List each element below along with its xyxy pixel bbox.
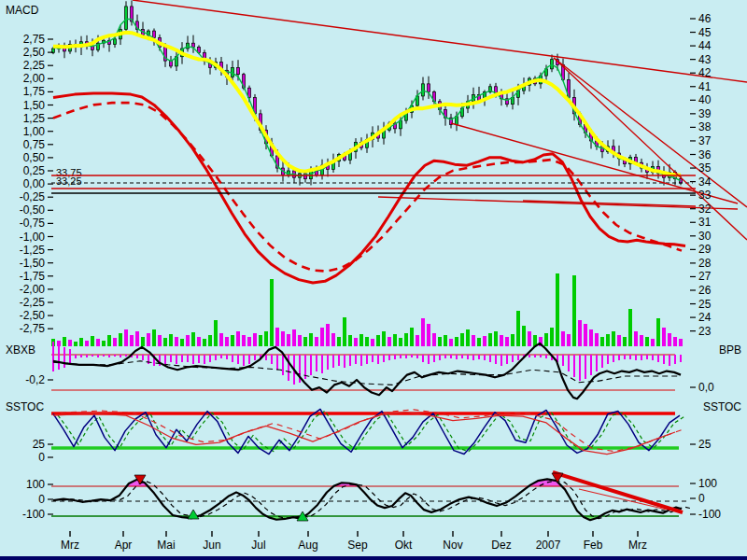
volume-bar — [382, 331, 386, 346]
volume-bar — [309, 333, 313, 346]
volume-bar — [102, 341, 106, 346]
volume-bar — [292, 329, 296, 346]
volume-bar — [135, 331, 139, 346]
candle-body — [153, 31, 156, 37]
volume-bar — [298, 335, 302, 346]
volume-bar — [320, 328, 324, 346]
volume-bar — [444, 335, 447, 346]
volume-bar — [634, 331, 638, 346]
volume-bar — [107, 335, 111, 346]
volume-bar — [556, 273, 559, 346]
volume-bar — [359, 334, 363, 346]
volume-bar — [500, 335, 503, 346]
volume-bar — [516, 311, 520, 346]
volume-bar — [68, 340, 72, 346]
volume-bar — [612, 331, 615, 346]
volume-bar — [438, 337, 442, 346]
xbxb-signal-line — [53, 361, 681, 385]
volume-bar — [74, 342, 78, 346]
volume-bar — [343, 317, 346, 346]
volume-bar — [393, 334, 397, 346]
volume-bar — [595, 333, 599, 346]
volume-bar — [124, 329, 128, 346]
volume-bar — [242, 335, 246, 346]
candle-body — [114, 39, 117, 45]
chart-plot-area[interactable] — [0, 0, 747, 560]
volume-bar — [466, 329, 470, 346]
support-line — [378, 197, 738, 209]
volume-bar — [163, 338, 167, 346]
volume-bar — [584, 324, 587, 346]
volume-bar — [483, 336, 486, 346]
trendline — [133, 0, 747, 82]
volume-bar — [528, 331, 531, 346]
ma-slow-line — [53, 33, 681, 175]
volume-bar — [460, 333, 464, 346]
volume-bar — [544, 333, 548, 346]
volume-bar — [505, 337, 509, 346]
volume-bar — [225, 337, 229, 346]
volume-bar — [63, 337, 66, 346]
volume-bar — [158, 335, 162, 346]
volume-bar — [600, 337, 604, 346]
volume-bar — [236, 331, 240, 346]
volume-bar — [628, 309, 632, 346]
volume-bar — [186, 335, 190, 346]
volume-bar — [147, 333, 150, 346]
buy-signal-icon[interactable] — [188, 510, 199, 519]
volume-bar — [219, 333, 223, 346]
candle-body — [125, 7, 128, 30]
volume-bar — [567, 334, 571, 346]
chart-window: 33,75 33,25 MACD XBXB BPB SSTOC SSTOC 2,… — [0, 0, 747, 560]
volume-bar — [477, 338, 481, 346]
volume-bar — [281, 331, 285, 346]
volume-bar — [79, 338, 83, 346]
volume-bar — [656, 318, 660, 346]
volume-bar — [214, 320, 218, 346]
volume-bar — [231, 335, 234, 346]
volume-bar — [455, 337, 458, 346]
volume-bar — [91, 336, 94, 346]
volume-bar — [96, 339, 100, 346]
volume-bar — [550, 328, 554, 346]
volume-bar — [421, 318, 425, 346]
volume-bar — [472, 335, 475, 346]
volume-bar — [275, 328, 279, 346]
volume-bar — [410, 328, 414, 346]
volume-bar — [287, 334, 290, 346]
candle-body — [192, 43, 195, 47]
volume-bar — [427, 324, 430, 346]
volume-bar — [354, 338, 358, 346]
volume-bar — [253, 333, 257, 346]
volume-bar — [606, 334, 610, 346]
volume-bar — [270, 279, 274, 346]
status-bar — [0, 556, 747, 560]
volume-bar — [522, 326, 526, 346]
volume-bar — [371, 339, 374, 346]
volume-bar — [404, 333, 408, 346]
volume-bar — [561, 331, 565, 346]
volume-bar — [416, 335, 419, 346]
support-line — [523, 201, 696, 206]
trendline — [554, 58, 747, 240]
volume-bar — [337, 337, 341, 346]
volume-bar — [494, 331, 498, 346]
volume-bar — [331, 333, 335, 346]
volume-bar — [326, 324, 330, 346]
volume-bar — [645, 337, 649, 346]
volume-bar — [388, 337, 391, 346]
volume-bar — [175, 337, 178, 346]
volume-bar — [169, 334, 173, 346]
volume-bar — [679, 339, 683, 346]
volume-bar — [208, 335, 212, 346]
volume-bar — [578, 320, 582, 346]
osc-trend-diagonal — [553, 472, 683, 512]
volume-bar — [130, 335, 134, 346]
volume-bar — [191, 332, 195, 346]
volume-bar — [203, 339, 206, 346]
volume-bar — [85, 341, 89, 346]
volume-bar — [617, 335, 621, 346]
volume-bar — [119, 333, 122, 346]
volume-bar — [315, 337, 318, 346]
volume-bar — [662, 328, 666, 346]
